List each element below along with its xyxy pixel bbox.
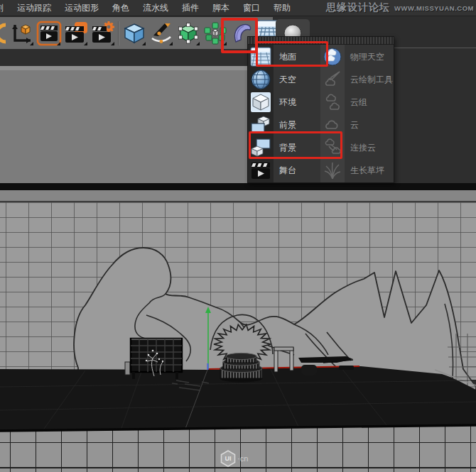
menu-item-help[interactable]: 帮助 (274, 2, 291, 14)
submenu-item-cloud[interactable]: 云 (320, 114, 395, 136)
cloud-paint-icon (320, 70, 345, 89)
submenu-item-cloud-group-label: 云组 (350, 97, 367, 109)
move-axis-icon[interactable] (9, 19, 36, 48)
cloud-group-icon (320, 92, 345, 112)
menu-item-window[interactable]: 窗口 (243, 2, 260, 14)
menu-item-sculpt[interactable]: 刻 (0, 2, 4, 14)
uicn-hexagon-icon: UI (220, 450, 236, 467)
tiered-cylinder-object (220, 353, 262, 382)
array-mograph-icon[interactable] (202, 19, 229, 48)
cloud-icon (320, 115, 345, 135)
site-watermark-cn: 思缘设计论坛 (326, 1, 390, 14)
toolbar-icon-strip (0, 17, 273, 49)
submenu-item-physical-sky-label: 物理天空 (350, 51, 384, 63)
environment-dropdown-menu: 地面 天空 环境 前景 背景 (247, 36, 394, 183)
environment-icon (248, 92, 274, 113)
menu-item-background-label: 背景 (279, 142, 296, 154)
toolbar-separator (118, 21, 119, 45)
submenu-item-connect-cloud[interactable]: 连接云 (320, 136, 395, 159)
physical-sky-icon (320, 47, 345, 67)
menu-item-plugins[interactable]: 插件 (182, 2, 199, 14)
menu-item-character[interactable]: 角色 (112, 2, 129, 14)
subdivision-surface-icon[interactable] (175, 19, 202, 48)
submenu-item-cloud-paint-label: 云绘制工具 (350, 74, 393, 86)
connect-cloud-icon (320, 138, 345, 158)
menu-grip-texture (248, 37, 394, 45)
submenu-item-physical-sky[interactable]: 物理天空 (320, 45, 395, 68)
clapperboard-keyframe-icon[interactable] (63, 19, 90, 48)
menu-item-floor-label: 地面 (279, 51, 296, 63)
submenu-item-grass[interactable]: 生长草坪 (320, 159, 395, 182)
submenu-item-grass-label: 生长草坪 (350, 165, 384, 177)
menu-item-sky-label: 天空 (279, 74, 296, 86)
background-icon (248, 137, 274, 158)
menu-item-script[interactable]: 脚本 (212, 2, 229, 14)
clapperboard-gear-icon[interactable] (90, 19, 117, 48)
empty-gray-panel (0, 66, 247, 183)
cube-primitive-icon[interactable] (121, 19, 148, 48)
menu-item-foreground-label: 前景 (279, 119, 296, 131)
viewport-3d[interactable] (0, 190, 476, 472)
site-watermark: 思缘设计论坛 WWW.MISSYUAN.COM (326, 1, 474, 14)
submenu-item-cloud-paint[interactable]: 云绘制工具 (320, 68, 395, 91)
menu-item-stage-label: 舞台 (279, 165, 296, 177)
pen-spline-icon[interactable] (148, 19, 175, 48)
submenu-item-cloud-label: 云 (350, 119, 359, 131)
rotate-tool-icon[interactable] (0, 19, 9, 48)
toolbar (0, 17, 476, 49)
clapperboard-record-icon[interactable] (36, 19, 63, 48)
foreground-icon (248, 114, 274, 136)
stage-icon (248, 160, 274, 180)
menu-item-pipeline[interactable]: 流水线 (143, 2, 168, 14)
uicn-suffix-text: ·cn (237, 454, 248, 463)
floor-icon (248, 47, 274, 67)
viewport-top-band (0, 190, 476, 202)
menu-item-environment-label: 环境 (279, 97, 296, 109)
sky-icon (248, 69, 274, 90)
menu-item-mograph[interactable]: 运动图形 (65, 2, 99, 14)
grass-icon (320, 160, 345, 180)
panel-divider-line (394, 48, 476, 48)
uicn-badge-text: UI (225, 455, 232, 462)
uicn-watermark: UI ·cn (220, 450, 248, 467)
viewport-top-divider (0, 183, 476, 190)
site-watermark-url: WWW.MISSYUAN.COM (394, 4, 474, 12)
submenu-item-cloud-group[interactable]: 云组 (320, 91, 395, 114)
menu-item-motion-tracking[interactable]: 运动跟踪 (17, 2, 51, 14)
submenu-item-connect-cloud-label: 连接云 (350, 142, 376, 154)
